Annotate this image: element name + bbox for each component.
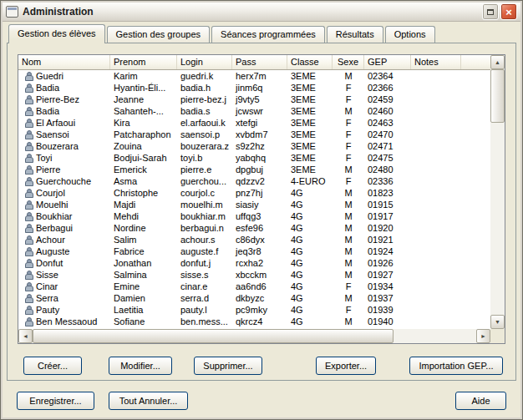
cell-nom: Saensoi: [18, 129, 110, 140]
minimize-button[interactable]: [482, 3, 499, 20]
student-row[interactable]: PierreEmerickpierre.edpgbuj3EMEM02480: [18, 164, 490, 175]
horizontal-scrollbar[interactable]: ◄ ►: [18, 329, 490, 343]
student-icon: [24, 142, 33, 151]
cell-nom: Sisse: [18, 269, 110, 281]
column-header-classe[interactable]: Classe: [287, 55, 333, 69]
student-row[interactable]: PautyLaetitiapauty.lpc9mky4GF01939: [18, 304, 490, 316]
student-row[interactable]: Ben MessaoudSofianeben.mess...qkrcz44GM0…: [18, 316, 490, 327]
cell-nom: El Arfaoui: [18, 117, 110, 129]
student-row[interactable]: GuerchoucheAsmaguerchou...qdzzv24-EUROF0…: [18, 175, 490, 187]
save-button[interactable]: Enregistrer...: [17, 392, 94, 410]
student-row[interactable]: BadiaSahanteh-...badia.sjcwswr3EMEM02460: [18, 105, 490, 117]
student-row[interactable]: GuedriKarimguedri.kherx7m3EMEM02364: [18, 70, 490, 82]
column-header-pass[interactable]: Pass: [232, 55, 287, 69]
cell-login: bouzerara.z: [177, 140, 232, 152]
import-gep-button[interactable]: Importation GEP...: [409, 357, 503, 375]
student-row[interactable]: DonfutJonathandonfut.jrcxha24GM01926: [18, 257, 490, 269]
cell-classe: 4G: [287, 316, 333, 327]
scroll-down-button[interactable]: ▼: [490, 315, 505, 329]
cell-login: pauty.l: [177, 304, 232, 316]
column-header-login[interactable]: Login: [177, 55, 232, 69]
student-row[interactable]: AchourSalimachour.sc86dyx4GM01921: [18, 234, 490, 245]
cell-classe: 3EME: [287, 117, 333, 129]
cell-login: saensoi.p: [177, 129, 232, 140]
student-row[interactable]: CourjolChristophecourjol.cpnz7hj4GM01823: [18, 187, 490, 199]
delete-button[interactable]: Supprimer...: [194, 357, 262, 375]
student-row[interactable]: SaensoiPatcharaphonsaensoi.pxvbdm73EMEF0…: [18, 129, 490, 140]
cell-login: cinar.e: [177, 281, 232, 292]
column-header-gep[interactable]: GEP: [364, 55, 411, 69]
cell-login: el.arfaoui.k: [177, 117, 232, 129]
tab-r-sultats[interactable]: Résultats: [327, 26, 383, 43]
scroll-up-button[interactable]: ▲: [490, 55, 505, 69]
vertical-scrollbar[interactable]: ▲ ▼: [490, 55, 505, 329]
student-row[interactable]: El ArfaouiKirael.arfaoui.kxtefgi3EMEF024…: [18, 117, 490, 129]
cell-nom: Toyi: [18, 152, 110, 164]
cell-sexe: F: [333, 281, 364, 292]
modify-button[interactable]: Modifier...: [109, 357, 172, 375]
cell-pass: herx7m: [232, 70, 287, 82]
tab-gestion-des-groupes[interactable]: Gestion des groupes: [107, 26, 211, 43]
cell-prenom: Asma: [110, 175, 177, 187]
scrollbar-corner: [490, 329, 505, 343]
student-row[interactable]: ToyiBodjui-Sarahtoyi.byabqhq3EMEF02475: [18, 152, 490, 164]
column-header-notes[interactable]: Notes: [411, 55, 461, 69]
tab-s-ances-programm-es[interactable]: Séances programmées: [211, 26, 325, 43]
cell-nom: Mouelhi: [18, 199, 110, 210]
create-button[interactable]: Créer...: [23, 357, 82, 375]
student-icon: [24, 282, 33, 291]
cell-gep: 01934: [364, 281, 411, 292]
export-button[interactable]: Exporter...: [316, 357, 376, 375]
student-row[interactable]: BadiaHyantin-Éli...badia.hjinm6q3EMEF023…: [18, 82, 490, 94]
cell-sexe: M: [333, 222, 364, 234]
cell-nom: Pauty: [18, 304, 110, 316]
cell-login: berbagui.n: [177, 222, 232, 234]
cell-gep: 02460: [364, 105, 411, 117]
cell-gep: 02475: [364, 152, 411, 164]
window-controls: ×: [482, 3, 517, 20]
column-header-nom[interactable]: Nom: [18, 55, 110, 69]
student-row[interactable]: Pierre-BezJeannepierre-bez.jj9vty53EMEF0…: [18, 94, 490, 105]
cell-prenom: Patcharaphon: [110, 129, 177, 140]
cell-pass: qkrcz4: [232, 316, 287, 327]
student-row[interactable]: BerbaguiNordineberbagui.nesfe964GM01920: [18, 222, 490, 234]
cell-gep: 02471: [364, 140, 411, 152]
student-row[interactable]: BoukhiarMehdiboukhiar.muffqg34GM01917: [18, 210, 490, 222]
title-bar[interactable]: Administration ×: [3, 3, 520, 22]
cell-classe: 4G: [287, 234, 333, 245]
vertical-scroll-thumb[interactable]: [490, 69, 505, 123]
cell-classe: 4G: [287, 210, 333, 222]
cell-prenom: Fabrice: [110, 245, 177, 257]
student-row[interactable]: CinarEminecinar.eaa6nd64GF01934: [18, 281, 490, 292]
tab-options[interactable]: Options: [385, 26, 435, 43]
cell-classe: 4G: [287, 257, 333, 269]
close-button[interactable]: ×: [500, 3, 517, 20]
cell-classe: 3EME: [287, 140, 333, 152]
student-row[interactable]: SerraDamienserra.ddkbyzc4GM01937: [18, 292, 490, 304]
cancel-all-button[interactable]: Tout Annuler...: [109, 392, 188, 410]
cell-pass: siasiy: [232, 199, 287, 210]
student-row[interactable]: SisseSalminasisse.sxbcckm4GM01927: [18, 269, 490, 281]
help-button[interactable]: Aide: [455, 392, 506, 410]
scroll-left-button[interactable]: ◄: [18, 329, 33, 343]
student-row[interactable]: MouelhiMajdimouelhi.msiasiy4GM01915: [18, 199, 490, 210]
cell-sexe: F: [333, 175, 364, 187]
horizontal-scroll-thumb[interactable]: [33, 329, 394, 343]
cell-prenom: Salim: [110, 234, 177, 245]
cell-login: guedri.k: [177, 70, 232, 82]
student-row[interactable]: AugusteFabriceauguste.fjeq3r84GM01924: [18, 245, 490, 257]
column-header-prenom[interactable]: Prenom: [110, 55, 177, 69]
tab-bar: Gestion des élèvesGestion des groupesSéa…: [8, 24, 437, 43]
student-icon: [24, 154, 33, 163]
student-row[interactable]: BouzeraraZouinabouzerara.zs9z2hz3EMEF024…: [18, 140, 490, 152]
scroll-right-button[interactable]: ►: [476, 329, 490, 343]
cell-classe: 3EME: [287, 105, 333, 117]
student-icon: [24, 259, 33, 268]
cell-nom: Boukhiar: [18, 210, 110, 222]
cell-sexe: F: [333, 94, 364, 105]
cell-nom: Guedri: [18, 70, 110, 82]
column-header-sexe[interactable]: Sexe: [333, 55, 364, 69]
cell-pass: j9vty5: [232, 94, 287, 105]
cell-classe: 4G: [287, 281, 333, 292]
tab-gestion-des-l-ves[interactable]: Gestion des élèves: [8, 24, 105, 43]
